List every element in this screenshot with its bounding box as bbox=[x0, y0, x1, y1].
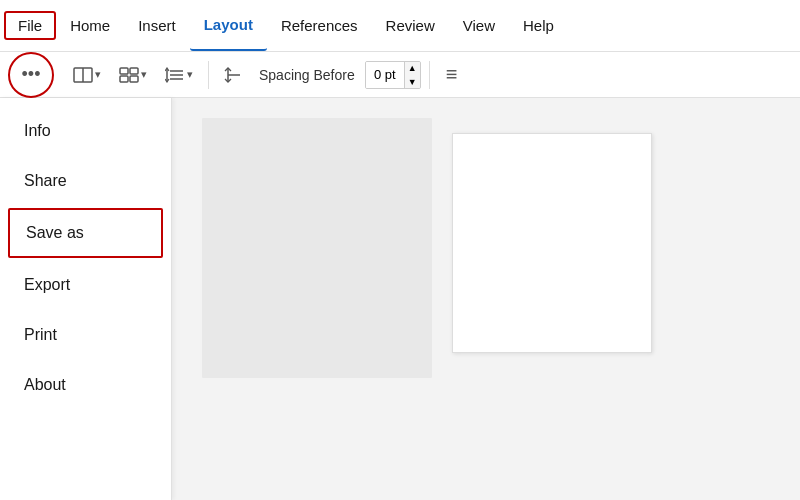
grid-button[interactable]: ▾ bbox=[112, 62, 154, 88]
columns-icon bbox=[73, 67, 93, 83]
svg-rect-5 bbox=[130, 76, 138, 82]
line-spacing-icon bbox=[165, 67, 185, 83]
dropdown-item-about[interactable]: About bbox=[0, 360, 171, 410]
svg-rect-2 bbox=[120, 68, 128, 74]
menu-item-insert[interactable]: Insert bbox=[124, 0, 190, 51]
grid-icon bbox=[119, 67, 139, 83]
dropdown-panel: Info Share Save as Export Print About bbox=[0, 98, 172, 500]
main-area: Info Share Save as Export Print About bbox=[0, 98, 800, 500]
menu-item-view[interactable]: View bbox=[449, 0, 509, 51]
toolbar-separator-2 bbox=[429, 61, 430, 89]
document-area bbox=[172, 98, 800, 500]
paragraph-spacing-icon-btn bbox=[217, 61, 249, 89]
dropdown-item-share[interactable]: Share bbox=[0, 156, 171, 206]
column-layout-button[interactable]: ▾ bbox=[66, 62, 108, 88]
spacing-before-spinners: ▲ ▼ bbox=[404, 61, 420, 89]
menu-item-file[interactable]: File bbox=[4, 11, 56, 40]
menu-item-help[interactable]: Help bbox=[509, 0, 568, 51]
menu-item-layout[interactable]: Layout bbox=[190, 0, 267, 51]
menu-bar: File Home Insert Layout References Revie… bbox=[0, 0, 800, 52]
dropdown-item-print[interactable]: Print bbox=[0, 310, 171, 360]
menu-item-references[interactable]: References bbox=[267, 0, 372, 51]
spacing-before-label: Spacing Before bbox=[259, 67, 355, 83]
toolbar-overflow-icon[interactable]: ≡ bbox=[438, 63, 466, 86]
spacing-before-input-wrap[interactable]: ▲ ▼ bbox=[365, 61, 421, 89]
dropdown-item-info[interactable]: Info bbox=[0, 106, 171, 156]
menu-item-review[interactable]: Review bbox=[372, 0, 449, 51]
dropdown-item-export[interactable]: Export bbox=[0, 260, 171, 310]
line-spacing-chevron-icon: ▾ bbox=[187, 68, 193, 81]
svg-rect-3 bbox=[130, 68, 138, 74]
document-page-right bbox=[452, 133, 652, 353]
svg-rect-4 bbox=[120, 76, 128, 82]
toolbar: ••• ▾ ▾ ▾ bbox=[0, 52, 800, 98]
more-options-button[interactable]: ••• bbox=[8, 52, 54, 98]
more-dots-icon: ••• bbox=[22, 64, 41, 85]
spacing-before-increment[interactable]: ▲ bbox=[405, 61, 420, 75]
line-spacing-button[interactable]: ▾ bbox=[158, 62, 200, 88]
document-page-left bbox=[202, 118, 432, 378]
spacing-before-decrement[interactable]: ▼ bbox=[405, 75, 420, 89]
grid-chevron-icon: ▾ bbox=[141, 68, 147, 81]
menu-item-home[interactable]: Home bbox=[56, 0, 124, 51]
columns-chevron-icon: ▾ bbox=[95, 68, 101, 81]
toolbar-separator-1 bbox=[208, 61, 209, 89]
dropdown-item-save-as[interactable]: Save as bbox=[8, 208, 163, 258]
paragraph-spacing-icon bbox=[224, 66, 242, 84]
spacing-before-input[interactable] bbox=[366, 61, 404, 89]
